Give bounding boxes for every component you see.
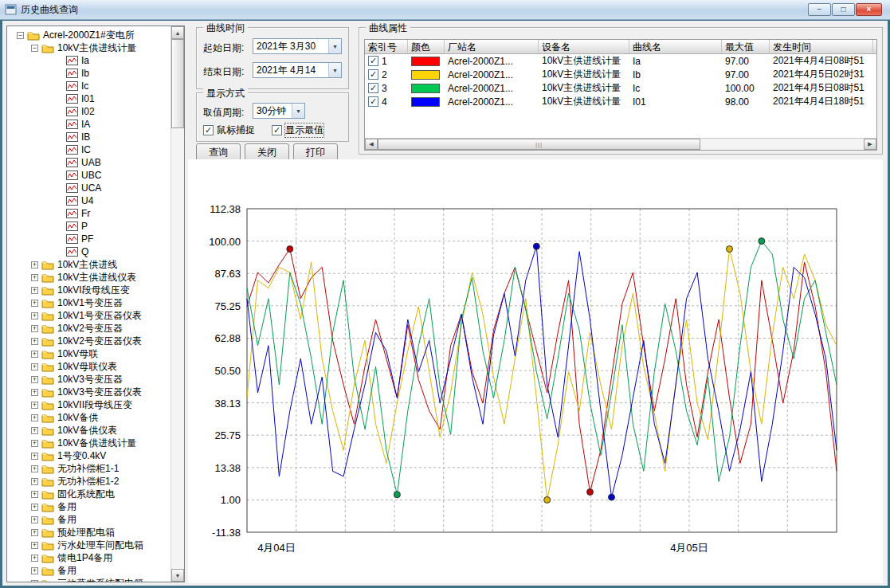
tree-item[interactable]: +预处理配电箱	[7, 526, 171, 539]
dropdown-arrow-icon[interactable]: ▼	[328, 63, 341, 77]
expand-icon[interactable]: +	[31, 440, 38, 447]
mouse-capture-checkbox[interactable]: ✓ 鼠标捕捉	[203, 123, 255, 137]
collapse-icon[interactable]: −	[17, 32, 24, 39]
tree-item[interactable]: +三效蒸发系统配电箱	[7, 577, 171, 582]
expand-icon[interactable]: +	[31, 325, 38, 332]
tree-item[interactable]: IC	[7, 143, 171, 156]
checkbox-checked-icon[interactable]: ✓	[203, 125, 214, 135]
scroll-left-icon[interactable]: ◀	[365, 139, 378, 150]
print-button[interactable]: 打印	[293, 143, 338, 161]
tree-item[interactable]: +10kV备供仪表	[7, 424, 171, 437]
tree-item[interactable]: +馈电1P4备用	[7, 551, 171, 564]
expand-icon[interactable]: +	[31, 453, 38, 460]
scroll-thumb[interactable]	[171, 39, 184, 128]
expand-icon[interactable]: +	[31, 376, 38, 383]
scroll-down-icon[interactable]: ▼	[171, 569, 184, 582]
tree-item[interactable]: +污水处理车间配电箱	[7, 539, 171, 551]
tree-item[interactable]: +无功补偿柜1-1	[7, 462, 171, 475]
tree-item[interactable]: IB	[7, 131, 171, 143]
expand-icon[interactable]: +	[31, 478, 38, 485]
expand-icon[interactable]: +	[31, 465, 38, 472]
expand-icon[interactable]: +	[31, 389, 38, 396]
tree-item[interactable]: UCA	[7, 182, 171, 194]
expand-icon[interactable]: +	[31, 567, 38, 574]
tree-item[interactable]: +10kVI段母线压变	[7, 284, 171, 296]
tree-item[interactable]: +备用	[7, 564, 171, 577]
expand-icon[interactable]: +	[31, 300, 38, 307]
tree-item[interactable]: −10kV主供进线计量	[7, 41, 171, 54]
expand-icon[interactable]: +	[31, 338, 38, 345]
tree-item[interactable]: Q	[7, 245, 171, 258]
tree-item[interactable]: +1号变0.4kV	[7, 449, 171, 462]
expand-icon[interactable]: +	[31, 274, 38, 281]
tree-item[interactable]: UBC	[7, 169, 171, 182]
tree-item[interactable]: +10kVII段母线压变	[7, 398, 171, 411]
row-checkbox-checked-icon[interactable]: ✓	[368, 96, 378, 107]
row-checkbox-checked-icon[interactable]: ✓	[368, 83, 378, 93]
curve-row[interactable]: ✓3Acrel-2000Z1...10kV主供进线计量Ic100.002021年…	[365, 81, 876, 95]
tree-item[interactable]: +10kV备供进线计量	[7, 437, 171, 449]
tree-item[interactable]: +10kV1号变压器仪表	[7, 309, 171, 322]
tree-item[interactable]: PF	[7, 233, 171, 245]
tree-item[interactable]: +无功补偿柜1-2	[7, 475, 171, 488]
tree-item[interactable]: IA	[7, 118, 171, 131]
tree-item[interactable]: P	[7, 220, 171, 233]
dropdown-arrow-icon[interactable]: ▼	[292, 104, 304, 118]
curve-row[interactable]: ✓1Acrel-2000Z1...10kV主供进线计量Ia97.002021年4…	[365, 54, 876, 68]
hscroll-track[interactable]	[700, 139, 864, 150]
curve-row[interactable]: ✓4Acrel-2000Z1...10kV主供进线计量I0198.002021年…	[365, 95, 876, 108]
expand-icon[interactable]: +	[31, 414, 38, 421]
tree-item[interactable]: +10kV主供进线仪表	[7, 271, 171, 284]
column-header[interactable]: 曲线名	[629, 40, 722, 53]
scroll-track[interactable]	[171, 39, 184, 569]
trend-chart[interactable]: 112.38100.0087.6375.2562.8850.5038.1325.…	[188, 159, 883, 583]
column-header[interactable]: 索引号	[365, 40, 408, 53]
expand-icon[interactable]: +	[31, 402, 38, 409]
tree-item[interactable]: +10kV2号变压器仪表	[7, 335, 171, 347]
close-icon[interactable]: ×	[856, 3, 882, 16]
expand-icon[interactable]: +	[31, 351, 38, 358]
row-checkbox-checked-icon[interactable]: ✓	[368, 69, 378, 80]
expand-icon[interactable]: +	[31, 287, 38, 294]
tree-item[interactable]: +10kV备供	[7, 411, 171, 424]
tree-item[interactable]: I02	[7, 105, 171, 118]
tree-item[interactable]: +10kV3号变压器仪表	[7, 386, 171, 398]
collapse-icon[interactable]: −	[31, 45, 38, 52]
end-date-select[interactable]: 2021年 4月14 ▼	[253, 62, 342, 78]
row-checkbox-checked-icon[interactable]: ✓	[368, 56, 378, 66]
tree-item[interactable]: −Acrel-2000Z1#变电所	[7, 29, 171, 41]
tree-item[interactable]: +10kV主供进线	[7, 258, 171, 271]
tree-item[interactable]: I01	[7, 92, 171, 105]
curve-row[interactable]: ✓2Acrel-2000Z1...10kV主供进线计量Ib97.002021年4…	[365, 68, 876, 81]
column-header[interactable]: 厂站名	[445, 40, 539, 53]
expand-icon[interactable]: +	[31, 312, 38, 319]
close-button[interactable]: 关闭	[245, 143, 289, 161]
tree-item[interactable]: +10kV2号变压器	[7, 322, 171, 335]
tree-scrollbar[interactable]: ▲ ▼	[171, 26, 184, 582]
tree-item[interactable]: +10kV母联	[7, 347, 171, 360]
expand-icon[interactable]: +	[31, 491, 38, 498]
minimize-icon[interactable]: −	[808, 3, 831, 16]
expand-icon[interactable]: +	[31, 504, 38, 511]
expand-icon[interactable]: +	[31, 580, 38, 582]
tree-item[interactable]: +10kV母联仪表	[7, 360, 171, 373]
title-bar[interactable]: 历史曲线查询 − □ ×	[0, 0, 890, 20]
expand-icon[interactable]: +	[31, 427, 38, 434]
column-header[interactable]: 最大值	[722, 40, 770, 53]
tree-item[interactable]: U4	[7, 194, 171, 207]
tree-item[interactable]: +10kV1号变压器	[7, 296, 171, 309]
scroll-up-icon[interactable]: ▲	[171, 26, 184, 39]
expand-icon[interactable]: +	[31, 555, 38, 562]
tree-item[interactable]: Fr	[7, 207, 171, 220]
query-button[interactable]: 查询	[196, 143, 241, 161]
expand-icon[interactable]: +	[31, 529, 38, 536]
tree-view[interactable]: −Acrel-2000Z1#变电所−10kV主供进线计量IaIbIcI01I02…	[7, 26, 171, 582]
tree-item[interactable]: +备用	[7, 513, 171, 526]
expand-icon[interactable]: +	[31, 363, 38, 370]
expand-icon[interactable]: +	[31, 261, 38, 269]
start-date-select[interactable]: 2021年 3月30 ▼	[253, 38, 342, 54]
show-extremes-checkbox[interactable]: ✓ 显示最值	[272, 123, 323, 137]
checkbox-checked-icon[interactable]: ✓	[272, 125, 282, 135]
column-header[interactable]: 颜色	[408, 40, 445, 53]
tree-item[interactable]: Ia	[7, 54, 171, 67]
